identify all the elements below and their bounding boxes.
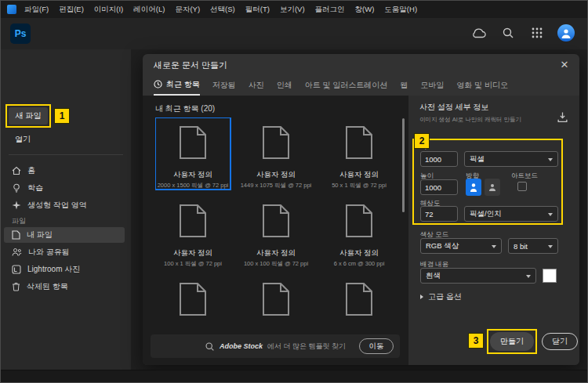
sidebar-item-learn[interactable]: 학습 <box>12 181 43 195</box>
tab-recent[interactable]: 최근 항목 <box>154 74 200 96</box>
dialog-tabs: 최근 항목 저장됨 사진 인쇄 아트 및 일러스트레이션 웹 모바일 영화 및 … <box>154 74 573 96</box>
recent-items-header: 내 최근 항목 (20) <box>155 103 215 114</box>
tab-art-illustration[interactable]: 아트 및 일러스트레이션 <box>305 74 388 96</box>
sidebar-item-home[interactable]: 홈 <box>12 164 35 178</box>
sidebar-item-label: 학습 <box>27 182 43 193</box>
portrait-person-icon <box>470 182 477 192</box>
open-button[interactable]: 열기 <box>15 134 31 145</box>
sidebar-item-my-files[interactable]: 내 파일 <box>4 227 125 243</box>
menu-item-view[interactable]: 보기(V) <box>280 5 305 15</box>
template-card[interactable]: 사용자 정의 1449 x 1075 픽셀 @ 72 ppi <box>238 117 314 190</box>
cloud-sync-icon[interactable] <box>470 24 488 42</box>
sidebar-item-label: Lightroom 사진 <box>27 264 80 275</box>
orientation-portrait-button[interactable] <box>466 179 481 196</box>
document-page-icon <box>321 196 397 246</box>
trash-icon <box>12 282 20 291</box>
color-mode-select[interactable]: RGB 색상 <box>420 238 502 254</box>
templates-scrollbar[interactable] <box>402 118 405 212</box>
template-spec: 6 x 6 cm @ 300 ppi <box>321 260 397 267</box>
sidebar-item-label: 홈 <box>27 165 35 176</box>
sidebar-files-section-header: 파일 <box>12 216 26 226</box>
stock-go-button[interactable]: 이동 <box>359 338 394 354</box>
user-avatar[interactable] <box>557 24 575 42</box>
template-card-partial[interactable] <box>238 274 314 324</box>
new-document-dialog: 새로운 문서 만들기 ✕ 최근 항목 저장됨 사진 인쇄 아트 및 일러스트레이… <box>143 54 579 365</box>
template-name: 사용자 정의 <box>321 248 397 258</box>
document-page-icon <box>238 274 314 324</box>
search-icon[interactable] <box>499 24 517 42</box>
template-card[interactable]: 사용자 정의 100 x 100 픽셀 @ 72 ppi <box>238 196 314 268</box>
close-icon[interactable]: ✕ <box>557 57 572 71</box>
color-mode-value: RGB 색상 <box>426 241 459 251</box>
menu-item-window[interactable]: 창(W) <box>355 5 375 15</box>
advanced-options-toggle[interactable]: 고급 옵션 <box>420 291 462 302</box>
template-card[interactable]: 사용자 정의 50 x 1 픽셀 @ 72 ppi <box>321 117 397 190</box>
template-card-partial[interactable] <box>321 274 397 324</box>
create-button[interactable]: 만들기 <box>490 332 534 351</box>
clock-icon <box>154 80 162 89</box>
tab-print[interactable]: 인쇄 <box>277 74 292 96</box>
people-icon <box>12 248 22 257</box>
tab-web[interactable]: 웹 <box>400 74 408 96</box>
tab-photo[interactable]: 사진 <box>249 74 264 96</box>
background-color-swatch[interactable] <box>543 269 557 283</box>
tab-film-video[interactable]: 영화 및 비디오 <box>456 74 508 96</box>
template-card[interactable]: 사용자 정의 100 x 1 픽셀 @ 72 ppi <box>155 196 230 268</box>
height-input[interactable] <box>420 179 458 195</box>
sidebar-item-shared-with-me[interactable]: 나와 공유됨 <box>12 245 70 259</box>
annotation-step1-badge: 1 <box>54 108 70 124</box>
artboard-label: 아트보드 <box>511 172 538 181</box>
background-contents-select[interactable]: 흰색 <box>420 268 536 284</box>
templates-pane: 내 최근 항목 (20) 사용자 정의 2000 x 1500 픽셀 @ 72 … <box>143 96 408 365</box>
menu-item-image[interactable]: 이미지(I) <box>94 5 123 15</box>
photoshop-logo[interactable]: Ps <box>10 23 31 44</box>
template-card-partial[interactable] <box>155 274 230 324</box>
template-name: 사용자 정의 <box>155 170 230 180</box>
sidebar-item-lightroom-photos[interactable]: Lightroom 사진 <box>12 262 80 276</box>
menu-item-filter[interactable]: 필터(T) <box>245 5 270 15</box>
sidebar-item-generative-workspace[interactable]: 생성형 작업 영역 <box>12 198 87 212</box>
artboard-checkbox[interactable] <box>517 182 527 191</box>
window-footer <box>1 370 587 382</box>
template-spec: 50 x 1 픽셀 @ 72 ppi <box>321 182 397 190</box>
tab-mobile[interactable]: 모바일 <box>420 74 444 96</box>
sidebar-item-label: 삭제된 항목 <box>27 281 68 292</box>
home-icon <box>12 166 21 175</box>
menu-item-help[interactable]: 도움말(H) <box>384 5 417 15</box>
menu-item-plugins[interactable]: 플러그인 <box>315 5 345 15</box>
background-contents-value: 흰색 <box>426 271 441 281</box>
template-spec: 2000 x 1500 픽셀 @ 72 ppi <box>155 182 230 190</box>
template-name: 사용자 정의 <box>321 170 397 180</box>
home-sidebar: 새 파일 1 열기 홈 학습 생성형 작업 영역 파일 내 파일 나와 공유됨 … <box>1 49 131 370</box>
menu-item-type[interactable]: 문자(Y) <box>175 5 200 15</box>
menu-item-edit[interactable]: 편집(E) <box>59 5 84 15</box>
menubar: 파일(F) 편집(E) 이미지(I) 레이어(L) 문자(Y) 선택(S) 필터… <box>1 1 587 18</box>
file-icon <box>12 230 20 240</box>
sidebar-item-label: 내 파일 <box>27 229 53 240</box>
template-name: 사용자 정의 <box>155 248 230 258</box>
menu-item-select[interactable]: 선택(S) <box>210 5 235 15</box>
menu-item-file[interactable]: 파일(F) <box>24 5 49 15</box>
sidebar-item-deleted[interactable]: 삭제된 항목 <box>12 280 68 294</box>
resolution-input[interactable] <box>420 206 458 222</box>
document-page-icon <box>238 196 314 246</box>
new-file-button[interactable]: 새 파일 <box>9 107 48 125</box>
template-card[interactable]: 사용자 정의 6 x 6 cm @ 300 ppi <box>321 196 397 268</box>
download-preset-icon[interactable] <box>557 111 568 126</box>
chevron-down-icon <box>492 245 496 248</box>
bit-depth-select[interactable]: 8 bit <box>508 238 558 254</box>
document-page-icon <box>238 117 314 168</box>
document-page-icon <box>155 117 230 168</box>
tab-saved[interactable]: 저장됨 <box>212 74 236 96</box>
width-unit-select[interactable]: 픽셀 <box>464 151 558 167</box>
close-button[interactable]: 닫기 <box>542 333 578 350</box>
orientation-landscape-button[interactable] <box>485 179 500 196</box>
template-card-selected[interactable]: 사용자 정의 2000 x 1500 픽셀 @ 72 ppi <box>155 117 230 190</box>
document-page-icon <box>321 117 397 168</box>
menu-item-layer[interactable]: 레이어(L) <box>133 5 165 15</box>
apps-grid-icon[interactable] <box>528 24 546 42</box>
adobe-stock-search-bar[interactable]: Adobe Stock 에서 더 많은 템플릿 찾기 이동 <box>151 334 400 358</box>
width-input[interactable] <box>420 151 458 167</box>
chevron-down-icon <box>526 275 531 278</box>
resolution-unit-select[interactable]: 픽셀/인치 <box>464 206 558 222</box>
